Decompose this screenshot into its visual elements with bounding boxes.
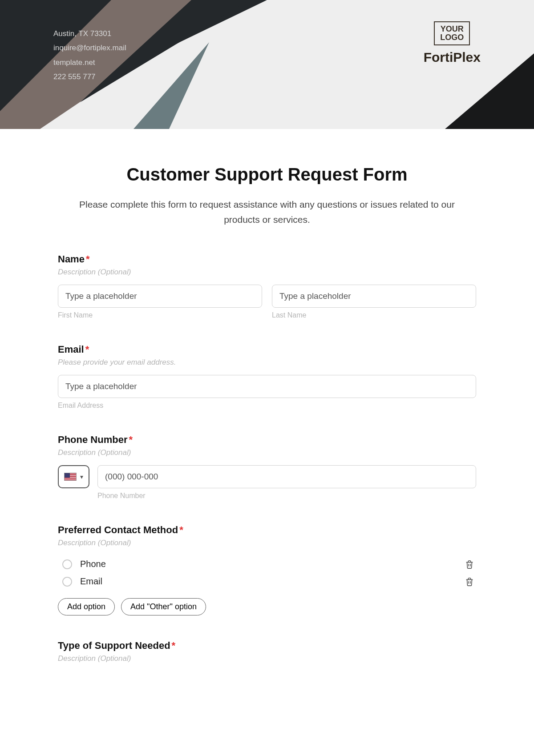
field-name: Name* Description (Optional) First Name … [58, 253, 476, 319]
logo-line1: YOUR [440, 25, 464, 33]
field-support-type: Type of Support Needed* Description (Opt… [58, 640, 476, 663]
field-contact-method: Preferred Contact Method* Description (O… [58, 524, 476, 615]
last-name-sublabel: Last Name [272, 311, 476, 319]
page-title: Customer Support Request Form [58, 165, 476, 185]
field-phone: Phone Number* Description (Optional) ▾ P… [58, 434, 476, 500]
last-name-input[interactable] [272, 285, 476, 308]
name-description: Description (Optional) [58, 268, 476, 277]
email-input[interactable] [58, 375, 476, 398]
phone-label: Phone Number* [58, 434, 476, 446]
country-code-select[interactable]: ▾ [58, 465, 89, 488]
email-label: Email* [58, 344, 476, 355]
company-website: template.net [53, 56, 126, 70]
form-content: Customer Support Request Form Please com… [0, 129, 534, 698]
company-contact-block: Austin, TX 73301 inquire@fortiplex.mail … [53, 27, 126, 84]
logo-block: YOUR LOGO FortiPlex [424, 21, 481, 65]
phone-input[interactable] [97, 465, 476, 488]
radio-icon[interactable] [62, 577, 72, 587]
phone-label-text: Phone Number [58, 434, 127, 445]
brand-name: FortiPlex [424, 50, 481, 65]
contact-method-label: Preferred Contact Method* [58, 524, 476, 536]
first-name-input[interactable] [58, 285, 262, 308]
trash-icon[interactable] [465, 559, 474, 569]
email-label-text: Email [58, 344, 84, 355]
logo-line2: LOGO [440, 33, 464, 42]
add-other-option-button[interactable]: Add "Other" option [121, 598, 206, 615]
company-email: inquire@fortiplex.mail [53, 41, 126, 55]
required-mark: * [179, 524, 183, 535]
contact-method-label-text: Preferred Contact Method [58, 524, 178, 535]
email-sublabel: Email Address [58, 402, 476, 410]
name-label-text: Name [58, 253, 85, 265]
option-label[interactable]: Phone [80, 559, 465, 569]
phone-description: Description (Optional) [58, 448, 476, 457]
required-mark: * [86, 253, 90, 265]
radio-icon[interactable] [62, 559, 72, 569]
logo-placeholder: YOUR LOGO [434, 21, 470, 45]
company-address: Austin, TX 73301 [53, 27, 126, 41]
company-phone: 222 555 777 [53, 70, 126, 84]
trash-icon[interactable] [465, 577, 474, 587]
option-row: Email [58, 573, 476, 590]
contact-method-description: Description (Optional) [58, 539, 476, 547]
phone-sublabel: Phone Number [97, 492, 476, 500]
chevron-down-icon: ▾ [80, 473, 83, 480]
add-option-button[interactable]: Add option [58, 598, 115, 615]
support-type-description: Description (Optional) [58, 654, 476, 663]
email-description: Please provide your email address. [58, 358, 476, 367]
support-type-label: Type of Support Needed* [58, 640, 476, 651]
page-header: Austin, TX 73301 inquire@fortiplex.mail … [0, 0, 534, 129]
support-type-label-text: Type of Support Needed [58, 640, 170, 651]
required-mark: * [85, 344, 89, 355]
name-label: Name* [58, 253, 476, 265]
page-intro: Please complete this form to request ass… [71, 197, 463, 227]
option-row: Phone [58, 555, 476, 573]
required-mark: * [129, 434, 133, 445]
first-name-sublabel: First Name [58, 311, 262, 319]
required-mark: * [172, 640, 176, 651]
field-email: Email* Please provide your email address… [58, 344, 476, 410]
option-label[interactable]: Email [80, 576, 465, 587]
us-flag-icon [64, 473, 77, 481]
